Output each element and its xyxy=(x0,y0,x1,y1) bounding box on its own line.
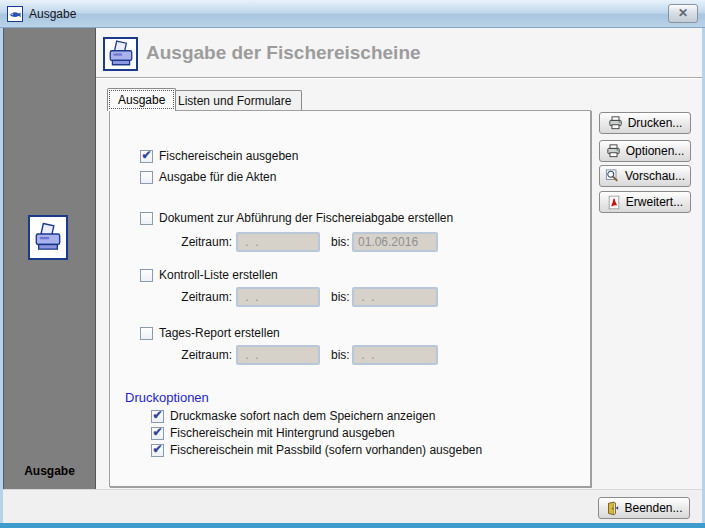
app-icon xyxy=(7,6,23,22)
sidebar: Ausgabe xyxy=(3,28,96,489)
abgabe-zeitraum-von-field xyxy=(236,232,320,252)
optionen-button[interactable]: Optionen... xyxy=(599,140,691,162)
checkbox-ausgabe-fuer-die-akten[interactable] xyxy=(140,171,153,184)
printer-icon xyxy=(608,116,623,130)
drucken-button[interactable]: Drucken... xyxy=(599,112,691,134)
sidebar-label: Ausgabe xyxy=(4,464,95,478)
check-icon: ✔ xyxy=(152,443,162,455)
checkbox-passbild[interactable]: ✔ xyxy=(151,444,164,457)
checkbox-label: Fischereischein ausgeben xyxy=(159,149,298,163)
checkbox-druckmaske[interactable]: ✔ xyxy=(151,410,164,423)
check-icon: ✔ xyxy=(152,426,162,438)
header-separator xyxy=(96,77,702,79)
app-window: Ausgabe ✕ Ausgabe Ausgabe der Fischereis… xyxy=(0,0,705,528)
printer-icon xyxy=(606,144,621,158)
window-title: Ausgabe xyxy=(29,7,76,21)
tab-listen-und-formulare[interactable]: Listen und Formulare xyxy=(167,90,302,111)
zeitraum-label: Zeitraum: xyxy=(140,232,232,252)
kontroll-zeitraum-bis-field xyxy=(352,287,438,307)
vorschau-button[interactable]: Vorschau... xyxy=(599,165,691,187)
checkbox-label: Dokument zur Abführung der Fischereiabga… xyxy=(159,211,453,225)
checkbox-label: Fischereischein mit Passbild (sofern vor… xyxy=(170,443,482,457)
bis-label: bis: xyxy=(331,345,350,365)
button-label: Erweitert... xyxy=(626,195,683,209)
tages-zeitraum-von-field xyxy=(236,345,320,365)
tab-ausgabe[interactable]: Ausgabe xyxy=(107,88,176,111)
bis-label: bis: xyxy=(331,287,350,307)
close-icon[interactable]: ✕ xyxy=(668,4,698,23)
checkbox-hintergrund[interactable]: ✔ xyxy=(151,427,164,440)
druckoptionen-heading: Druckoptionen xyxy=(125,390,209,405)
checkbox-label: Ausgabe für die Akten xyxy=(159,170,276,184)
title-bar: Ausgabe ✕ xyxy=(0,0,705,28)
window-border-bottom xyxy=(0,523,705,528)
checkbox-fischereiabgabe-dokument[interactable] xyxy=(140,212,153,225)
printer-icon xyxy=(108,40,134,68)
bis-label: bis: xyxy=(331,232,350,252)
button-label: Optionen... xyxy=(626,144,685,158)
pdf-icon xyxy=(607,195,621,210)
button-label: Vorschau... xyxy=(625,169,685,183)
header-printer-icon-box xyxy=(103,37,138,71)
checkbox-tages-report[interactable] xyxy=(140,327,153,340)
check-icon: ✔ xyxy=(152,409,162,421)
magnifier-icon xyxy=(605,169,620,183)
sidebar-module-ausgabe[interactable] xyxy=(28,215,68,260)
checkbox-label: Kontroll-Liste erstellen xyxy=(159,268,278,282)
zeitraum-label: Zeitraum: xyxy=(140,287,232,307)
kontroll-zeitraum-von-field xyxy=(236,287,320,307)
checkbox-fischereischein-ausgeben[interactable]: ✔ xyxy=(140,150,153,163)
button-label: Drucken... xyxy=(628,116,683,130)
exit-door-icon xyxy=(605,501,619,516)
checkbox-label: Tages-Report erstellen xyxy=(159,326,280,340)
tages-zeitraum-bis-field xyxy=(352,345,438,365)
printer-icon xyxy=(34,222,62,253)
page-title: Ausgabe der Fischereischeine xyxy=(146,42,421,64)
checkbox-label: Druckmaske sofort nach dem Speichern anz… xyxy=(170,409,435,423)
abgabe-zeitraum-bis-field xyxy=(352,232,438,252)
checkbox-label: Fischereischein mit Hintergrund ausgeben xyxy=(170,426,395,440)
check-icon: ✔ xyxy=(141,149,151,161)
checkbox-kontroll-liste[interactable] xyxy=(140,269,153,282)
zeitraum-label: Zeitraum: xyxy=(140,345,232,365)
button-label: Beenden... xyxy=(624,501,682,515)
erweitert-button[interactable]: Erweitert... xyxy=(599,191,691,213)
beenden-button[interactable]: Beenden... xyxy=(598,497,690,519)
